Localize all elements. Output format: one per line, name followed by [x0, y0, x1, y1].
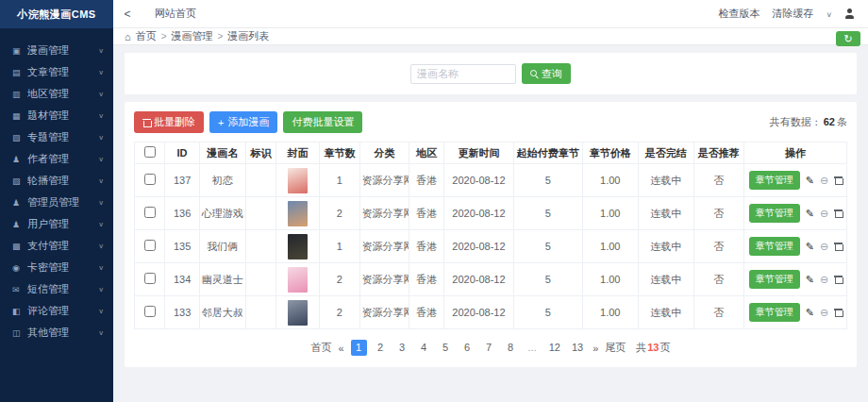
page-button[interactable]: 3: [394, 340, 410, 356]
breadcrumb-page[interactable]: 漫画列表: [227, 29, 269, 43]
sidebar-item-region[interactable]: ▥地区管理∨: [0, 83, 113, 105]
search-button[interactable]: 查询: [522, 63, 571, 84]
pagination-prev[interactable]: «: [339, 343, 344, 354]
add-comic-button[interactable]: + 添加漫画: [209, 111, 277, 133]
chapter-manage-button[interactable]: 章节管理: [749, 171, 800, 190]
topbar-right: 检查版本 清除缓存 ∨: [718, 7, 868, 21]
article-icon: ▤: [12, 68, 27, 77]
comic-table: ID漫画名标识封面章节数分类地区更新时间起始付费章节章节价格是否完结是否推荐操作…: [134, 142, 847, 329]
column-header: 更新时间: [444, 142, 513, 164]
sidebar-item-sms[interactable]: ✉短信管理∨: [0, 278, 113, 300]
breadcrumb-home[interactable]: 首页: [136, 29, 157, 43]
sidebar-item-author[interactable]: ♟作者管理∨: [0, 148, 113, 170]
row-checkbox[interactable]: [144, 273, 156, 284]
delete-icon[interactable]: [834, 176, 842, 185]
cell-mark: [245, 296, 275, 329]
sidebar-item-article[interactable]: ▤文章管理∨: [0, 61, 113, 83]
page-button[interactable]: 4: [416, 340, 432, 356]
pagination-next[interactable]: »: [593, 343, 598, 354]
sidebar-menu: ▣漫画管理∨▤文章管理∨▥地区管理∨▦题材管理∨▧专题管理∨♟作者管理∨▨轮播管…: [0, 28, 113, 343]
minus-circle-icon[interactable]: ⊖: [820, 208, 828, 220]
cell-mark: [245, 164, 275, 197]
trash-icon: [142, 118, 150, 126]
tab-site-home[interactable]: 网站首页: [142, 0, 209, 28]
refresh-button[interactable]: ↻: [836, 31, 860, 46]
chapter-manage-button[interactable]: 章节管理: [749, 237, 800, 256]
page-button[interactable]: 7: [481, 340, 497, 356]
row-checkbox[interactable]: [144, 306, 156, 317]
clear-cache-button[interactable]: 清除缓存: [772, 7, 813, 21]
column-header: 标识: [245, 142, 275, 164]
row-checkbox[interactable]: [144, 174, 156, 185]
sidebar-item-comment[interactable]: ◧评论管理∨: [0, 300, 113, 322]
chapter-manage-button[interactable]: 章节管理: [749, 270, 800, 289]
page-button[interactable]: 12: [546, 340, 563, 356]
chevron-down-icon: ∨: [98, 329, 104, 337]
delete-icon[interactable]: [834, 309, 842, 317]
pagination-pages: 12345678...1213: [351, 340, 587, 356]
comic-cover: [288, 267, 308, 293]
minus-circle-icon[interactable]: ⊖: [820, 307, 828, 319]
edit-icon[interactable]: ✎: [806, 307, 814, 319]
row-checkbox[interactable]: [144, 240, 156, 251]
row-checkbox[interactable]: [144, 207, 156, 218]
sidebar-item-material[interactable]: ▦题材管理∨: [0, 105, 113, 126]
minus-circle-icon[interactable]: ⊖: [820, 241, 828, 253]
cell-status: 连载中: [638, 197, 693, 230]
pagination-last[interactable]: 尾页: [605, 341, 626, 355]
delete-icon[interactable]: [834, 209, 842, 218]
pagination-total: 共13页: [636, 341, 670, 355]
cell-mark: [245, 230, 275, 263]
cell-cover: [276, 164, 320, 197]
cell-cover: [276, 197, 320, 230]
edit-icon[interactable]: ✎: [806, 241, 814, 253]
cell-region: 香港: [409, 263, 444, 296]
sidebar-item-topic[interactable]: ▧专题管理∨: [0, 126, 113, 148]
page-button[interactable]: 1: [351, 340, 367, 356]
cell-recommended: 否: [693, 230, 744, 263]
delete-icon[interactable]: [834, 276, 842, 284]
page-button[interactable]: 13: [569, 340, 586, 356]
plus-icon: +: [218, 117, 224, 128]
sidebar-item-other[interactable]: ◫其他管理∨: [0, 322, 113, 343]
sidebar-item-admin[interactable]: ♟管理员管理∨: [0, 192, 113, 213]
sidebar-item-payment[interactable]: ▩支付管理∨: [0, 235, 113, 257]
minus-circle-icon[interactable]: ⊖: [820, 274, 828, 286]
sidebar-item-users[interactable]: ♟用户管理∨: [0, 213, 113, 235]
comic-cover: [288, 168, 308, 193]
search-input[interactable]: [410, 64, 516, 84]
cell-price: 1.00: [582, 197, 638, 230]
sidebar-item-label: 卡密管理: [27, 260, 98, 275]
delete-icon[interactable]: [834, 243, 842, 251]
cell-recommended: 否: [693, 263, 744, 296]
batch-delete-button[interactable]: 批量删除: [134, 111, 204, 133]
chevron-down-icon: ∨: [98, 112, 104, 120]
edit-icon[interactable]: ✎: [806, 175, 814, 187]
cell-price: 1.00: [582, 164, 638, 197]
pagination-first[interactable]: 首页: [311, 341, 332, 355]
page-button[interactable]: 8: [503, 340, 519, 356]
breadcrumb-section[interactable]: 漫画管理: [172, 29, 213, 43]
page-button[interactable]: 6: [459, 340, 476, 356]
cell-updated: 2020-08-12: [444, 197, 513, 230]
minus-circle-icon[interactable]: ⊖: [820, 175, 828, 187]
cell-updated: 2020-08-12: [444, 263, 513, 296]
check-version-button[interactable]: 检查版本: [718, 7, 760, 21]
chevron-down-icon[interactable]: ∨: [826, 9, 832, 18]
page-button[interactable]: 2: [373, 340, 389, 356]
users-icon: ♟: [12, 220, 27, 229]
back-icon[interactable]: <: [113, 0, 142, 28]
chapter-manage-button[interactable]: 章节管理: [749, 204, 800, 223]
user-icon[interactable]: [844, 8, 855, 19]
page-button[interactable]: 5: [438, 340, 454, 356]
sidebar-item-carousel[interactable]: ▨轮播管理∨: [0, 170, 113, 192]
sidebar-item-card[interactable]: ◉卡密管理∨: [0, 257, 113, 278]
edit-icon[interactable]: ✎: [806, 274, 814, 286]
chapter-manage-button[interactable]: 章节管理: [749, 303, 800, 322]
select-all-checkbox[interactable]: [144, 146, 156, 158]
chevron-down-icon: ∨: [98, 308, 104, 315]
edit-icon[interactable]: ✎: [806, 208, 814, 220]
column-header: 是否推荐: [693, 142, 744, 164]
paid-batch-button[interactable]: 付费批量设置: [283, 111, 362, 133]
sidebar-item-comic[interactable]: ▣漫画管理∨: [0, 40, 113, 61]
